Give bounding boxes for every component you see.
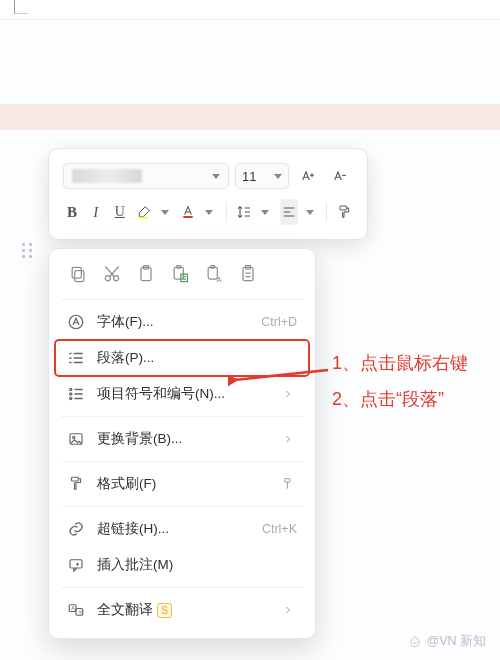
menu-item-paragraph[interactable]: 段落(P)...	[55, 340, 309, 376]
menu-label: 字体(F)...	[97, 313, 249, 331]
menu-label: 项目符号和编号(N)...	[97, 385, 267, 403]
annotation-step-2: 2、点击“段落”	[332, 382, 444, 416]
svg-rect-4	[72, 267, 81, 278]
toolbar-row-2: B I U	[59, 197, 357, 231]
paragraph-icon	[67, 349, 85, 367]
font-icon	[67, 313, 85, 331]
drag-handle-icon[interactable]	[22, 243, 33, 258]
divider	[226, 202, 227, 222]
cut-icon[interactable]	[101, 263, 123, 285]
watermark: @VN 新知	[408, 633, 486, 650]
svg-rect-2	[340, 206, 347, 210]
menu-label: 全文翻译S	[97, 601, 267, 619]
menu-item-translate[interactable]: A文 全文翻译S	[55, 592, 309, 628]
menu-item-background[interactable]: 更换背景(B)...	[55, 421, 309, 457]
translate-icon: A文	[67, 601, 85, 619]
format-brush-tail-icon	[279, 476, 297, 492]
toolbar-row-1: 11	[59, 161, 357, 197]
separator	[61, 299, 303, 300]
menu-label: 超链接(H)...	[97, 520, 250, 538]
svg-rect-22	[72, 477, 79, 481]
svg-rect-3	[75, 271, 84, 282]
watermark-text: @VN 新知	[426, 633, 486, 650]
separator	[61, 416, 303, 417]
copy-icon[interactable]	[67, 263, 89, 285]
font-name-blurred	[72, 169, 142, 183]
menu-item-hyperlink[interactable]: 超链接(H)... Ctrl+K	[55, 511, 309, 547]
chevron-down-icon	[274, 174, 282, 179]
menu-item-format-painter[interactable]: 格式刷(F)	[55, 466, 309, 502]
svg-text:文: 文	[78, 609, 83, 615]
watermark-logo-icon	[408, 635, 422, 649]
line-spacing-dropdown[interactable]	[256, 199, 274, 225]
chevron-right-icon	[279, 433, 297, 445]
svg-point-6	[114, 276, 119, 281]
underline-button[interactable]: U	[111, 199, 129, 225]
menu-label: 更换背景(B)...	[97, 430, 267, 448]
link-icon	[67, 520, 85, 538]
align-button[interactable]	[280, 199, 298, 225]
mini-toolbar: 11 B I U	[48, 148, 368, 240]
svg-point-21	[73, 436, 75, 438]
paste-special-icon[interactable]	[237, 263, 259, 285]
premium-badge: S	[157, 603, 172, 618]
chevron-right-icon	[279, 388, 297, 400]
paste-icon[interactable]	[135, 263, 157, 285]
menu-label: 插入批注(M)	[97, 556, 297, 574]
brush-icon	[67, 475, 85, 493]
list-icon	[67, 385, 85, 403]
italic-button[interactable]: I	[87, 199, 105, 225]
separator	[61, 506, 303, 507]
context-menu: A 字体(F)... Ctrl+D 段落(P)... 项目符号和编号(N)...…	[48, 248, 316, 639]
decrease-font-button[interactable]	[327, 163, 353, 189]
svg-point-5	[105, 276, 110, 281]
paste-keep-format-icon[interactable]: A	[203, 263, 225, 285]
separator	[61, 461, 303, 462]
svg-point-18	[70, 393, 72, 395]
decorative-band	[0, 104, 500, 130]
comment-icon	[67, 556, 85, 574]
annotation-step-1: 1、点击鼠标右键	[332, 346, 468, 380]
menu-label: 格式刷(F)	[97, 475, 267, 493]
image-icon	[67, 430, 85, 448]
menu-item-font[interactable]: 字体(F)... Ctrl+D	[55, 304, 309, 340]
line-spacing-button[interactable]	[235, 199, 253, 225]
chevron-right-icon	[279, 604, 297, 616]
svg-rect-9	[174, 267, 183, 279]
bold-button[interactable]: B	[63, 199, 81, 225]
font-size-select[interactable]: 11	[235, 163, 289, 189]
clipboard-icon-row: A	[55, 259, 309, 295]
svg-rect-0	[138, 217, 147, 219]
chevron-down-icon	[212, 174, 220, 179]
svg-rect-23	[285, 479, 290, 482]
highlight-color-button[interactable]	[135, 199, 153, 225]
svg-text:A: A	[217, 275, 222, 284]
format-painter-button[interactable]	[335, 199, 353, 225]
cursor-indicator	[14, 0, 28, 14]
font-size-value: 11	[242, 169, 256, 184]
divider	[326, 202, 327, 222]
menu-label: 段落(P)...	[97, 349, 285, 367]
menu-item-bullets[interactable]: 项目符号和编号(N)...	[55, 376, 309, 412]
menu-shortcut: Ctrl+D	[261, 315, 297, 329]
separator	[61, 587, 303, 588]
menu-item-comment[interactable]: 插入批注(M)	[55, 547, 309, 583]
svg-rect-1	[184, 216, 193, 218]
svg-point-19	[70, 397, 72, 399]
increase-font-button[interactable]	[295, 163, 321, 189]
font-color-button[interactable]	[179, 199, 197, 225]
svg-point-17	[70, 388, 72, 390]
paste-text-icon[interactable]	[169, 263, 191, 285]
font-family-select[interactable]	[63, 163, 229, 189]
font-color-dropdown[interactable]	[200, 199, 218, 225]
menu-shortcut: Ctrl+K	[262, 522, 297, 536]
document-top-area	[0, 0, 500, 20]
svg-text:A: A	[71, 605, 75, 611]
align-dropdown[interactable]	[301, 199, 319, 225]
highlight-dropdown[interactable]	[156, 199, 174, 225]
